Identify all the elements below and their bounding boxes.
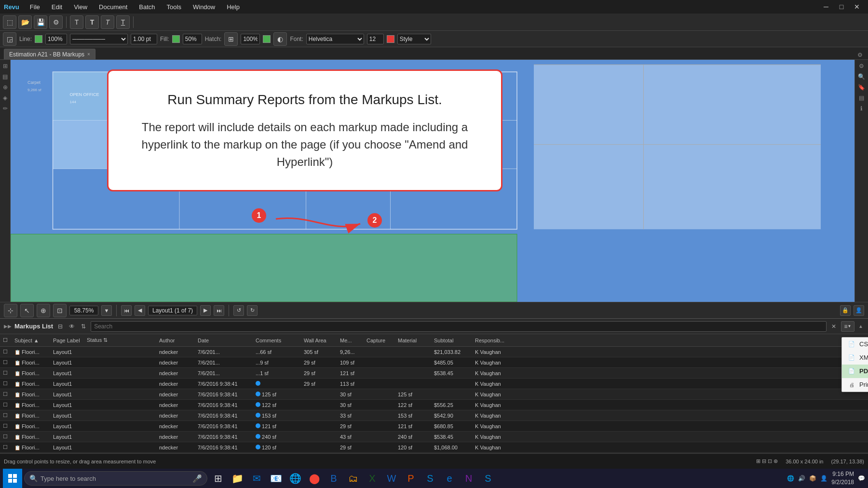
- user-btn[interactable]: 👤: [854, 305, 864, 316]
- bluebeam-app[interactable]: B: [325, 470, 342, 487]
- table-row[interactable]: ☐ 📋 Floori... Layout1 ndecker 7/6/201...…: [0, 368, 868, 379]
- next-page-btn[interactable]: ▶: [200, 305, 211, 316]
- font-size-input[interactable]: [367, 34, 384, 44]
- folder-app2[interactable]: 🗂: [344, 470, 362, 487]
- line-pct-input[interactable]: [45, 34, 67, 44]
- line-width-input[interactable]: [131, 34, 157, 44]
- new-button[interactable]: ⬚: [3, 15, 16, 29]
- tab-close-button[interactable]: ×: [87, 52, 90, 57]
- th-page[interactable]: Page Label: [50, 338, 84, 343]
- sort-icon[interactable]: ⇅: [79, 322, 88, 331]
- left-tool-1[interactable]: ⊞: [1, 62, 10, 70]
- menu-tools[interactable]: Tools: [162, 2, 186, 12]
- outlook-app[interactable]: 📧: [267, 470, 285, 487]
- settings-button[interactable]: ⚙: [49, 15, 63, 29]
- print-summary-item[interactable]: 🖨 Print Summary: [842, 378, 868, 392]
- task-view-button[interactable]: ⊞: [209, 470, 227, 487]
- table-row[interactable]: ☐ 📋 Floori... Layout1 ndecker 7/6/2016 9…: [0, 389, 868, 400]
- panel-collapse-btn[interactable]: ▲: [857, 323, 864, 330]
- table-row[interactable]: ☐ 📋 Floori... Layout1 ndecker 7/6/201...…: [0, 347, 868, 357]
- filter-icon[interactable]: ⊟: [56, 322, 65, 331]
- select-tool[interactable]: ↖: [20, 304, 34, 317]
- close-button[interactable]: ✕: [850, 1, 864, 12]
- text2-button[interactable]: T: [85, 15, 99, 29]
- right-tool-bookmarks[interactable]: 🔖: [857, 83, 866, 92]
- file-explorer-app[interactable]: 📁: [229, 470, 246, 487]
- menu-view[interactable]: View: [69, 2, 92, 12]
- th-material[interactable]: Material: [395, 338, 431, 343]
- hatch-pattern-btn[interactable]: ⊞: [224, 32, 238, 46]
- expand-arrow[interactable]: ▶▶: [4, 324, 12, 329]
- shape-button[interactable]: ◲: [3, 32, 16, 46]
- prev-page-btn[interactable]: ◀: [135, 305, 145, 316]
- visibility-icon[interactable]: 👁: [68, 322, 76, 331]
- undo-nav-btn[interactable]: ↺: [233, 305, 244, 316]
- open-button[interactable]: 📂: [18, 15, 32, 29]
- table-row[interactable]: ☐ 📋 Floori... Layout1 ndecker 7/6/2016 9…: [0, 442, 868, 453]
- table-row[interactable]: ☐ 📋 Floori... Layout1 ndecker 7/6/2016 9…: [0, 379, 868, 389]
- menu-window[interactable]: Window: [188, 2, 220, 12]
- word-app[interactable]: W: [383, 470, 400, 487]
- search-clear-icon[interactable]: ✕: [829, 322, 838, 331]
- font-select[interactable]: Helvetica: [306, 34, 364, 44]
- text4-button[interactable]: T: [116, 15, 130, 29]
- zoom-in-tool[interactable]: ⊕: [37, 304, 50, 317]
- font-color-swatch[interactable]: [387, 35, 394, 43]
- cursor-tool[interactable]: ⊹: [4, 304, 17, 317]
- markups-search-input[interactable]: [91, 321, 827, 332]
- xml-summary-item[interactable]: 📄 XML Summary: [842, 351, 868, 365]
- menu-help[interactable]: Help: [222, 2, 244, 12]
- pdf-summary-item[interactable]: 📄 PDF Summary: [842, 365, 868, 378]
- right-tool-search[interactable]: 🔍: [857, 72, 866, 81]
- table-row[interactable]: ☐ 📋 Floori... Layout1 ndecker 7/6/2016 9…: [0, 410, 868, 421]
- notification-icon[interactable]: 💬: [858, 475, 865, 482]
- table-row[interactable]: ☐ 📋 Floori... Layout1 ndecker 7/6/201...…: [0, 357, 868, 368]
- email-app[interactable]: ✉: [248, 470, 265, 487]
- th-comments[interactable]: Comments: [253, 338, 301, 343]
- opacity-button[interactable]: ◐: [273, 32, 287, 46]
- th-subject[interactable]: Subject ▲: [12, 338, 50, 343]
- th-date[interactable]: Date: [195, 338, 253, 343]
- left-tool-5[interactable]: ✏: [1, 104, 10, 113]
- maximize-button[interactable]: □: [834, 1, 849, 12]
- last-page-btn[interactable]: ⏭: [214, 305, 224, 316]
- left-tool-4[interactable]: ◈: [1, 94, 10, 102]
- style-select[interactable]: Style: [397, 34, 431, 44]
- table-row[interactable]: ☐ 📋 Floori... Layout1 ndecker 7/6/2016 9…: [0, 400, 868, 410]
- ie-app[interactable]: 🌐: [286, 470, 304, 487]
- sharepoint-app[interactable]: S: [479, 470, 497, 487]
- th-capture[interactable]: Capture: [364, 338, 395, 343]
- lock-btn[interactable]: 🔒: [840, 305, 851, 316]
- skype-app[interactable]: S: [421, 470, 439, 487]
- fit-tool[interactable]: ⊡: [53, 304, 67, 317]
- hatch-color-swatch[interactable]: [263, 35, 271, 43]
- excel-app[interactable]: X: [364, 470, 381, 487]
- csv-summary-item[interactable]: 📄 CSV Summary: [842, 338, 868, 351]
- fill-color-swatch[interactable]: [172, 35, 180, 43]
- menu-file[interactable]: File: [25, 2, 45, 12]
- redo-nav-btn[interactable]: ↻: [247, 305, 258, 316]
- powerpoint-app[interactable]: P: [402, 470, 420, 487]
- edge-app[interactable]: e: [441, 470, 458, 487]
- zoom-dropdown[interactable]: ▼: [101, 305, 112, 316]
- line-color-swatch[interactable]: [35, 35, 42, 43]
- minimize-button[interactable]: ─: [819, 1, 833, 12]
- table-row[interactable]: ☐ 📋 Floori... Layout1 ndecker 7/6/2016 9…: [0, 421, 868, 432]
- menu-document[interactable]: Document: [94, 2, 132, 12]
- line-style-select[interactable]: ────────: [70, 34, 128, 44]
- text-button[interactable]: T: [70, 15, 83, 29]
- right-tool-layers[interactable]: ▤: [857, 94, 866, 102]
- th-status[interactable]: Status ⇅: [84, 337, 156, 343]
- list-view-button[interactable]: ≡ ▼ 📄 CSV Summary 📄 XML Summary 📄 PDF Su…: [841, 321, 854, 332]
- chrome-app[interactable]: ⬤: [306, 470, 323, 487]
- th-subtotal[interactable]: Subtotal: [431, 338, 472, 343]
- right-tool-properties[interactable]: ℹ: [857, 104, 866, 113]
- th-resp[interactable]: Responsib...: [472, 338, 515, 343]
- menu-batch[interactable]: Batch: [134, 2, 160, 12]
- panel-settings-icon[interactable]: ⚙: [855, 51, 864, 59]
- save-button[interactable]: 💾: [34, 15, 47, 29]
- menu-edit[interactable]: Edit: [47, 2, 67, 12]
- th-me[interactable]: Me...: [337, 338, 364, 343]
- first-page-btn[interactable]: ⏮: [121, 305, 132, 316]
- fill-pct-input[interactable]: [183, 34, 202, 44]
